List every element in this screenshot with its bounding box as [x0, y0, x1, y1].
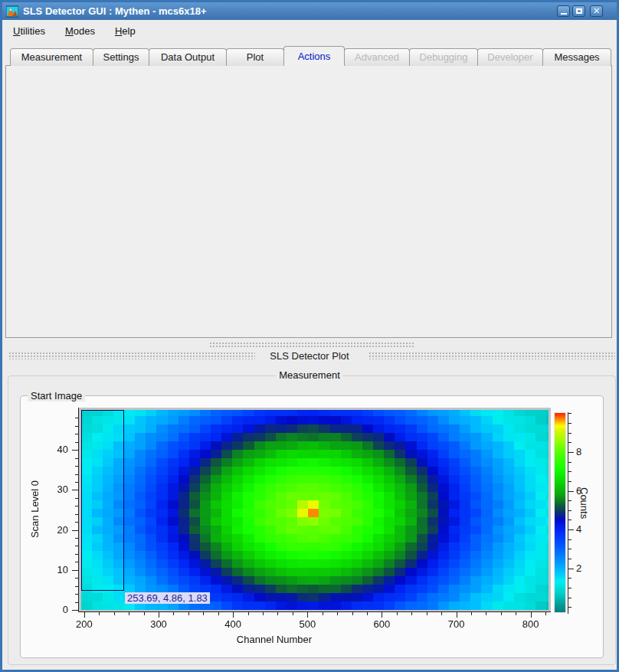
cursor-position-tooltip: 253.69, 4.86, 1.83 [125, 592, 210, 604]
tick-mark [75, 498, 78, 499]
tick-mark [75, 554, 78, 555]
tick-label: 10 [45, 564, 68, 575]
tick-label: 8 [576, 446, 581, 457]
tick-label: 300 [143, 618, 174, 630]
tab-data-output[interactable]: Data Output [149, 48, 227, 66]
title-bar[interactable]: SLS Detector GUI : Mythen - mcs6x18+ ✕ [2, 2, 617, 20]
tab-developer: Developer [477, 48, 543, 66]
tick-mark [367, 612, 368, 615]
tick-mark [75, 546, 78, 546]
window-title: SLS Detector GUI : Mythen - mcs6x18+ [23, 5, 207, 17]
tick-mark [501, 612, 502, 615]
tick-mark [84, 612, 85, 618]
start-image-group-title: Start Image [28, 390, 85, 402]
tick-label: 40 [45, 444, 68, 455]
tick-mark [568, 510, 572, 511]
tick-mark [568, 598, 572, 598]
tick-mark [568, 529, 574, 530]
colorbar-title: Counts [578, 487, 590, 519]
tick-label: 200 [69, 618, 100, 630]
tick-mark [471, 612, 472, 615]
tab-advanced: Advanced [344, 48, 410, 66]
tick-mark [568, 413, 572, 414]
tick-mark [173, 612, 174, 615]
y-axis-title: Scan Level 0 [29, 464, 41, 556]
tick-mark [568, 520, 572, 520]
tick-mark [75, 466, 78, 467]
tick-label: 4 [576, 523, 581, 535]
tick-mark [568, 491, 574, 492]
tick-label: 400 [218, 618, 248, 630]
tick-mark [233, 612, 234, 618]
tick-mark [568, 452, 574, 453]
minimize-button[interactable] [557, 5, 570, 17]
tick-mark [79, 611, 551, 612]
tick-mark [323, 612, 323, 615]
tab-settings[interactable]: Settings [93, 48, 149, 66]
tick-label: 30 [45, 484, 68, 495]
tick-mark [568, 500, 572, 501]
tick-mark [568, 442, 572, 443]
app-icon [6, 5, 18, 18]
tick-mark [75, 458, 78, 459]
tick-mark [457, 612, 457, 618]
tick-mark [75, 594, 78, 595]
tick-mark [75, 482, 78, 483]
tick-mark [516, 612, 516, 615]
tick-mark [248, 612, 249, 615]
tick-mark [568, 423, 572, 424]
tick-mark [72, 610, 78, 611]
tick-mark [568, 471, 572, 472]
tick-mark [568, 539, 572, 540]
menu-utilities[interactable]: Utilities [13, 25, 45, 37]
tick-mark [568, 549, 572, 549]
tab-messages[interactable]: Messages [542, 48, 611, 66]
maximize-button[interactable] [572, 5, 585, 17]
tick-mark [568, 607, 572, 608]
tick-mark [352, 612, 353, 615]
heatmap-canvas[interactable] [81, 410, 549, 610]
tick-mark [75, 602, 78, 603]
zoom-selection-rect [81, 410, 124, 591]
tick-mark [72, 450, 78, 451]
tick-mark [75, 562, 78, 562]
tick-mark [263, 612, 264, 615]
tick-mark [427, 612, 427, 615]
actions-tab-panel [5, 65, 612, 338]
tick-mark [75, 418, 78, 418]
dock-title[interactable]: SLS Detector Plot [2, 350, 617, 362]
tick-mark [277, 612, 278, 615]
tick-mark [78, 408, 79, 612]
tick-mark [441, 612, 442, 615]
menu-help[interactable]: Help [115, 25, 136, 37]
tick-label: 800 [516, 618, 546, 630]
x-axis-title: Channel Number [2, 634, 546, 645]
tick-mark [337, 612, 338, 615]
tick-mark [307, 612, 308, 618]
tick-label: 0 [45, 604, 68, 615]
tick-mark [75, 442, 78, 443]
tab-plot[interactable]: Plot [226, 48, 284, 66]
close-button[interactable]: ✕ [590, 5, 603, 17]
tick-mark [144, 612, 145, 615]
measurement-group-title: Measurement [276, 369, 342, 381]
tick-mark [486, 612, 486, 615]
tick-mark [568, 433, 572, 434]
tick-mark [159, 612, 159, 618]
tab-actions[interactable]: Actions [283, 46, 345, 66]
splitter-handle[interactable] [209, 342, 414, 347]
tick-mark [568, 559, 572, 559]
tick-label: 600 [366, 618, 397, 630]
tick-mark [75, 426, 78, 427]
tick-mark [203, 612, 204, 615]
tick-mark [568, 481, 572, 482]
tick-mark [75, 474, 78, 475]
tick-mark [75, 434, 78, 434]
menu-modes[interactable]: Modes [65, 25, 95, 37]
tick-mark [568, 578, 572, 579]
app-window: SLS Detector GUI : Mythen - mcs6x18+ ✕ U… [0, 0, 619, 672]
tab-measurement[interactable]: Measurement [10, 48, 93, 66]
tick-label: 500 [292, 618, 323, 630]
colorbar [554, 412, 566, 613]
tick-mark [72, 530, 78, 531]
